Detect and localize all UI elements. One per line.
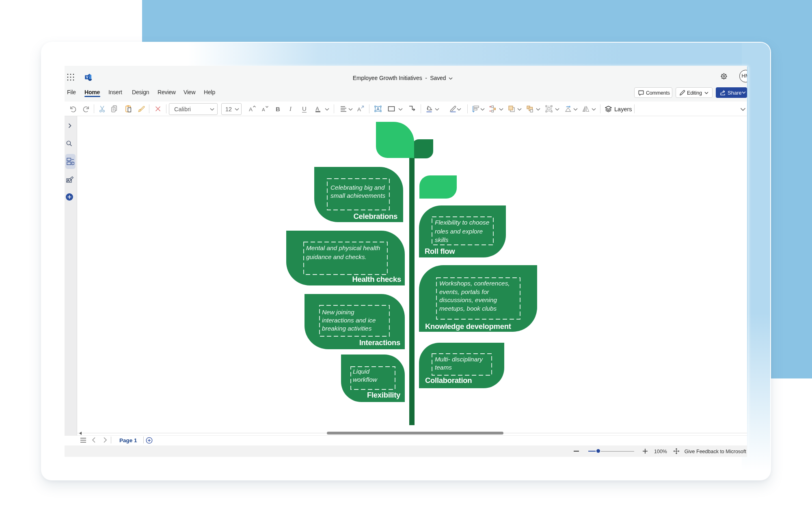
svg-text:A: A [376,106,379,111]
svg-text:A: A [262,107,265,112]
svg-text:A: A [249,106,253,112]
svg-text:V: V [86,75,89,79]
svg-text:A: A [316,106,320,112]
svg-text:A: A [357,106,361,112]
